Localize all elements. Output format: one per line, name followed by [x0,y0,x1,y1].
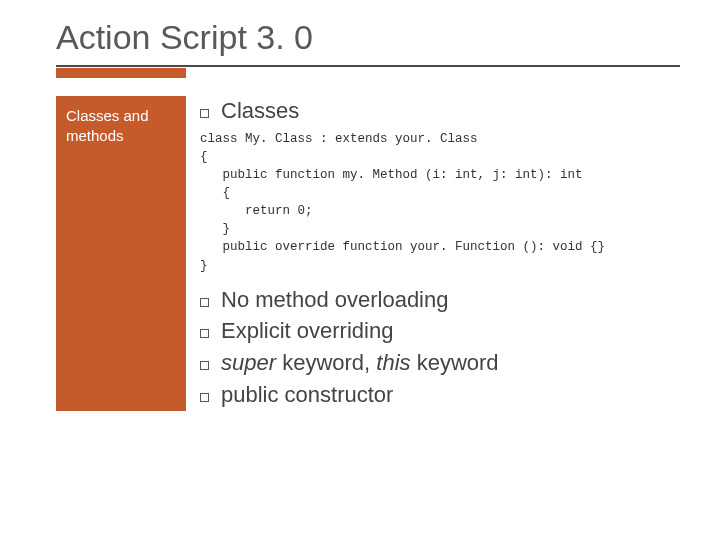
title-underline [56,65,680,78]
square-bullet-icon [200,109,209,118]
bullet-text: public constructor [221,380,393,410]
underline-thin [56,65,680,67]
page-title: Action Script 3. 0 [56,18,680,57]
heading-row: Classes [200,96,680,126]
main-content: Classes class My. Class : extends your. … [186,96,680,411]
bullet-mid: keyword, [276,350,376,375]
square-bullet-icon [200,393,209,402]
keyword-italic: super [221,350,276,375]
bullet-text: super keyword, this keyword [221,348,499,378]
underline-accent [56,68,186,78]
bullet-list: No method overloading Explicit overridin… [200,285,680,410]
list-item: No method overloading [200,285,680,315]
slide: Action Script 3. 0 Classes and methods C… [0,0,720,540]
bullet-suffix: keyword [411,350,499,375]
bullet-text: No method overloading [221,285,448,315]
bullet-text: Explicit overriding [221,316,393,346]
section-heading: Classes [221,96,299,126]
keyword-italic: this [376,350,410,375]
list-item: Explicit overriding [200,316,680,346]
list-item: super keyword, this keyword [200,348,680,378]
square-bullet-icon [200,329,209,338]
list-item: public constructor [200,380,680,410]
square-bullet-icon [200,361,209,370]
content-row: Classes and methods Classes class My. Cl… [56,96,680,411]
square-bullet-icon [200,298,209,307]
sidebar-label-box: Classes and methods [56,96,186,411]
sidebar-label: Classes and methods [66,107,149,144]
code-block: class My. Class : extends your. Class { … [200,130,680,275]
